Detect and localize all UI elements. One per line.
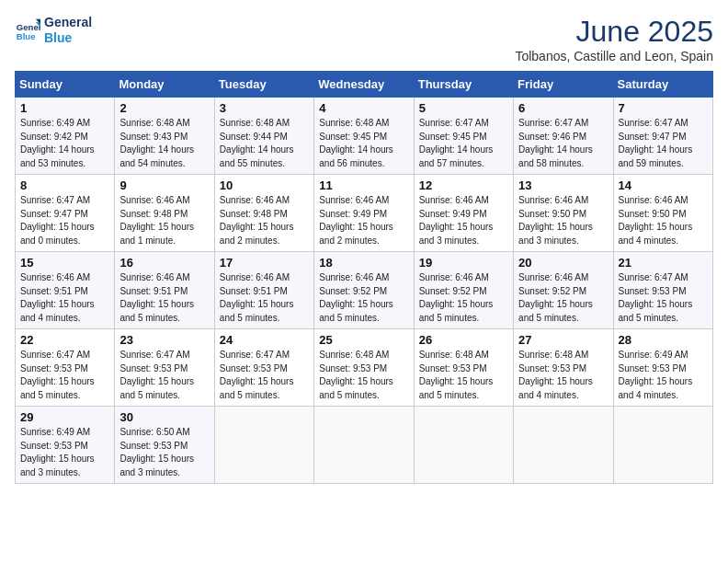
logo-line1: General xyxy=(44,15,92,30)
day-number: 30 xyxy=(119,410,209,424)
calendar-cell: 1Sunrise: 6:49 AM Sunset: 9:42 PM Daylig… xyxy=(16,98,115,175)
day-info: Sunrise: 6:46 AM Sunset: 9:51 PM Dayligh… xyxy=(220,271,309,325)
day-info: Sunrise: 6:50 AM Sunset: 9:53 PM Dayligh… xyxy=(119,426,209,479)
day-info: Sunrise: 6:46 AM Sunset: 9:48 PM Dayligh… xyxy=(220,194,309,247)
calendar-cell: 25Sunrise: 6:48 AM Sunset: 9:53 PM Dayli… xyxy=(314,329,414,407)
calendar-cell: 4Sunrise: 6:48 AM Sunset: 9:45 PM Daylig… xyxy=(314,98,414,175)
day-number: 7 xyxy=(619,101,708,115)
month-title: June 2025 xyxy=(515,15,713,49)
calendar-cell: 14Sunrise: 6:46 AM Sunset: 9:50 PM Dayli… xyxy=(613,175,712,252)
calendar-week-row: 8Sunrise: 6:47 AM Sunset: 9:47 PM Daylig… xyxy=(16,175,713,252)
day-number: 15 xyxy=(20,256,109,270)
day-info: Sunrise: 6:46 AM Sunset: 9:50 PM Dayligh… xyxy=(518,194,608,247)
calendar-cell: 9Sunrise: 6:46 AM Sunset: 9:48 PM Daylig… xyxy=(115,175,214,252)
day-number: 23 xyxy=(119,333,209,347)
day-info: Sunrise: 6:47 AM Sunset: 9:45 PM Dayligh… xyxy=(419,117,508,170)
calendar-cell xyxy=(414,407,513,484)
calendar-cell: 17Sunrise: 6:46 AM Sunset: 9:51 PM Dayli… xyxy=(214,252,313,329)
calendar-cell: 30Sunrise: 6:50 AM Sunset: 9:53 PM Dayli… xyxy=(115,407,214,484)
day-info: Sunrise: 6:49 AM Sunset: 9:53 PM Dayligh… xyxy=(20,426,109,479)
header-sunday: Sunday xyxy=(16,72,115,98)
day-number: 25 xyxy=(319,333,408,347)
day-number: 5 xyxy=(419,101,508,115)
logo: General Blue General Blue xyxy=(15,15,92,46)
day-info: Sunrise: 6:46 AM Sunset: 9:52 PM Dayligh… xyxy=(518,271,608,325)
day-number: 4 xyxy=(319,101,408,115)
day-info: Sunrise: 6:49 AM Sunset: 9:53 PM Dayligh… xyxy=(619,349,708,402)
day-number: 28 xyxy=(619,333,708,347)
day-number: 16 xyxy=(119,256,209,270)
day-info: Sunrise: 6:46 AM Sunset: 9:52 PM Dayligh… xyxy=(319,271,408,325)
calendar-cell: 20Sunrise: 6:46 AM Sunset: 9:52 PM Dayli… xyxy=(514,252,613,329)
calendar-cell: 11Sunrise: 6:46 AM Sunset: 9:49 PM Dayli… xyxy=(314,175,414,252)
day-number: 29 xyxy=(20,410,109,424)
day-number: 9 xyxy=(119,178,209,192)
day-info: Sunrise: 6:49 AM Sunset: 9:42 PM Dayligh… xyxy=(20,117,109,170)
day-number: 8 xyxy=(20,178,109,192)
day-number: 2 xyxy=(119,101,209,115)
calendar-cell: 24Sunrise: 6:47 AM Sunset: 9:53 PM Dayli… xyxy=(214,329,313,407)
header-friday: Friday xyxy=(514,72,613,98)
calendar-week-row: 15Sunrise: 6:46 AM Sunset: 9:51 PM Dayli… xyxy=(16,252,713,329)
day-number: 13 xyxy=(518,178,608,192)
calendar-week-row: 29Sunrise: 6:49 AM Sunset: 9:53 PM Dayli… xyxy=(16,407,713,484)
calendar-cell: 15Sunrise: 6:46 AM Sunset: 9:51 PM Dayli… xyxy=(16,252,115,329)
calendar-cell: 12Sunrise: 6:46 AM Sunset: 9:49 PM Dayli… xyxy=(414,175,513,252)
page-header: General Blue General Blue June 2025 Tolb… xyxy=(15,15,713,63)
logo-icon: General Blue xyxy=(15,17,40,43)
header-thursday: Thursday xyxy=(414,72,513,98)
calendar-cell: 23Sunrise: 6:47 AM Sunset: 9:53 PM Dayli… xyxy=(115,329,214,407)
calendar-cell: 18Sunrise: 6:46 AM Sunset: 9:52 PM Dayli… xyxy=(314,252,414,329)
calendar-cell: 16Sunrise: 6:46 AM Sunset: 9:51 PM Dayli… xyxy=(115,252,214,329)
day-info: Sunrise: 6:48 AM Sunset: 9:44 PM Dayligh… xyxy=(220,117,309,170)
day-info: Sunrise: 6:48 AM Sunset: 9:43 PM Dayligh… xyxy=(119,117,209,170)
header-wednesday: Wednesday xyxy=(314,72,414,98)
header-saturday: Saturday xyxy=(613,72,712,98)
calendar-week-row: 22Sunrise: 6:47 AM Sunset: 9:53 PM Dayli… xyxy=(16,329,713,407)
calendar-week-row: 1Sunrise: 6:49 AM Sunset: 9:42 PM Daylig… xyxy=(16,98,713,175)
day-info: Sunrise: 6:46 AM Sunset: 9:49 PM Dayligh… xyxy=(419,194,508,247)
day-info: Sunrise: 6:46 AM Sunset: 9:51 PM Dayligh… xyxy=(20,271,109,325)
header-tuesday: Tuesday xyxy=(214,72,313,98)
day-info: Sunrise: 6:48 AM Sunset: 9:45 PM Dayligh… xyxy=(319,117,408,170)
day-info: Sunrise: 6:47 AM Sunset: 9:46 PM Dayligh… xyxy=(518,117,608,170)
day-number: 17 xyxy=(220,256,309,270)
day-info: Sunrise: 6:46 AM Sunset: 9:52 PM Dayligh… xyxy=(419,271,508,325)
calendar-cell: 28Sunrise: 6:49 AM Sunset: 9:53 PM Dayli… xyxy=(613,329,712,407)
location-subtitle: Tolbanos, Castille and Leon, Spain xyxy=(515,49,713,63)
calendar-cell xyxy=(613,407,712,484)
calendar-header-row: SundayMondayTuesdayWednesdayThursdayFrid… xyxy=(16,72,713,98)
day-info: Sunrise: 6:47 AM Sunset: 9:53 PM Dayligh… xyxy=(220,349,309,402)
day-number: 10 xyxy=(220,178,309,192)
calendar-cell: 10Sunrise: 6:46 AM Sunset: 9:48 PM Dayli… xyxy=(214,175,313,252)
calendar-cell xyxy=(514,407,613,484)
calendar-cell: 8Sunrise: 6:47 AM Sunset: 9:47 PM Daylig… xyxy=(16,175,115,252)
calendar-cell: 7Sunrise: 6:47 AM Sunset: 9:47 PM Daylig… xyxy=(613,98,712,175)
day-number: 18 xyxy=(319,256,408,270)
day-info: Sunrise: 6:46 AM Sunset: 9:50 PM Dayligh… xyxy=(619,194,708,247)
title-block: June 2025 Tolbanos, Castille and Leon, S… xyxy=(515,15,713,63)
day-info: Sunrise: 6:47 AM Sunset: 9:53 PM Dayligh… xyxy=(119,349,209,402)
day-number: 12 xyxy=(419,178,508,192)
calendar-cell: 19Sunrise: 6:46 AM Sunset: 9:52 PM Dayli… xyxy=(414,252,513,329)
header-monday: Monday xyxy=(115,72,214,98)
day-info: Sunrise: 6:48 AM Sunset: 9:53 PM Dayligh… xyxy=(419,349,508,402)
day-info: Sunrise: 6:48 AM Sunset: 9:53 PM Dayligh… xyxy=(518,349,608,402)
calendar-cell: 27Sunrise: 6:48 AM Sunset: 9:53 PM Dayli… xyxy=(514,329,613,407)
day-number: 27 xyxy=(518,333,608,347)
day-number: 19 xyxy=(419,256,508,270)
day-number: 6 xyxy=(518,101,608,115)
calendar-cell: 29Sunrise: 6:49 AM Sunset: 9:53 PM Dayli… xyxy=(16,407,115,484)
calendar-cell: 2Sunrise: 6:48 AM Sunset: 9:43 PM Daylig… xyxy=(115,98,214,175)
day-info: Sunrise: 6:46 AM Sunset: 9:51 PM Dayligh… xyxy=(119,271,209,325)
day-number: 14 xyxy=(619,178,708,192)
day-info: Sunrise: 6:47 AM Sunset: 9:53 PM Dayligh… xyxy=(619,271,708,325)
day-number: 1 xyxy=(20,101,109,115)
calendar-table: SundayMondayTuesdayWednesdayThursdayFrid… xyxy=(15,71,713,484)
day-number: 26 xyxy=(419,333,508,347)
day-info: Sunrise: 6:47 AM Sunset: 9:47 PM Dayligh… xyxy=(20,194,109,247)
calendar-cell: 6Sunrise: 6:47 AM Sunset: 9:46 PM Daylig… xyxy=(514,98,613,175)
logo-line2: Blue xyxy=(44,30,92,46)
day-info: Sunrise: 6:47 AM Sunset: 9:47 PM Dayligh… xyxy=(619,117,708,170)
day-number: 20 xyxy=(518,256,608,270)
